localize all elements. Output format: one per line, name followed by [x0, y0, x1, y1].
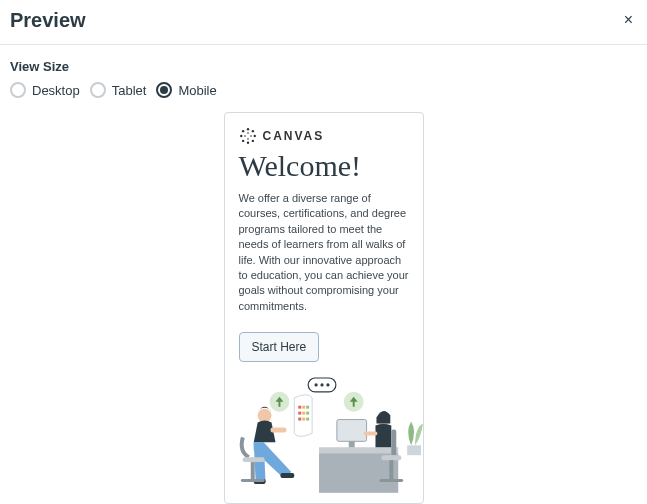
mobile-preview: CANVAS Welcome! We offer a diverse range… [224, 112, 424, 504]
svg-rect-20 [306, 406, 309, 409]
svg-rect-24 [298, 418, 301, 421]
svg-point-11 [250, 135, 252, 137]
svg-point-5 [251, 130, 253, 132]
svg-point-31 [257, 409, 271, 423]
svg-rect-39 [363, 432, 377, 436]
illustration [225, 376, 423, 504]
modal-title: Preview [10, 9, 86, 32]
svg-rect-43 [379, 479, 403, 482]
radio-label: Desktop [32, 83, 80, 98]
radio-desktop[interactable]: Desktop [10, 82, 80, 98]
view-size-label: View Size [10, 59, 637, 74]
svg-rect-19 [302, 406, 305, 409]
svg-rect-23 [306, 412, 309, 415]
svg-rect-29 [336, 420, 366, 442]
start-here-button[interactable]: Start Here [239, 332, 320, 362]
svg-point-2 [240, 135, 242, 137]
svg-point-13 [314, 384, 317, 387]
radio-icon [90, 82, 106, 98]
welcome-body: We offer a diverse range of courses, cer… [239, 191, 409, 314]
radio-label: Mobile [178, 83, 216, 98]
svg-point-9 [247, 138, 249, 140]
radio-icon [10, 82, 26, 98]
svg-point-8 [247, 132, 249, 134]
radio-tablet[interactable]: Tablet [90, 82, 147, 98]
svg-point-10 [244, 135, 246, 137]
svg-rect-32 [270, 428, 286, 433]
svg-rect-26 [306, 418, 309, 421]
view-size-radios: Desktop Tablet Mobile [10, 82, 637, 98]
svg-point-15 [326, 384, 329, 387]
svg-point-3 [253, 135, 255, 137]
brand-row: CANVAS [239, 127, 409, 145]
radio-label: Tablet [112, 83, 147, 98]
svg-rect-33 [280, 473, 294, 478]
close-button[interactable]: × [620, 8, 637, 32]
preview-stage: CANVAS Welcome! We offer a diverse range… [10, 112, 637, 504]
svg-rect-41 [381, 456, 401, 461]
svg-rect-44 [407, 446, 421, 456]
modal-body: View Size Desktop Tablet Mobile [0, 45, 647, 504]
svg-point-14 [320, 384, 323, 387]
svg-point-1 [246, 142, 248, 144]
svg-point-6 [241, 140, 243, 142]
svg-rect-22 [302, 412, 305, 415]
radio-mobile[interactable]: Mobile [156, 82, 216, 98]
svg-rect-37 [240, 479, 264, 482]
svg-rect-40 [391, 430, 396, 456]
radio-icon [156, 82, 172, 98]
svg-rect-21 [298, 412, 301, 415]
svg-rect-35 [242, 457, 264, 462]
svg-rect-30 [348, 442, 354, 448]
svg-point-4 [241, 130, 243, 132]
svg-rect-18 [298, 406, 301, 409]
welcome-heading: Welcome! [239, 149, 409, 183]
modal-header: Preview × [0, 0, 647, 45]
svg-point-0 [246, 128, 248, 130]
svg-rect-42 [389, 460, 393, 480]
svg-rect-36 [250, 462, 254, 480]
brand-text: CANVAS [263, 129, 325, 143]
svg-point-7 [251, 140, 253, 142]
svg-rect-27 [319, 448, 398, 454]
svg-rect-25 [302, 418, 305, 421]
canvas-logo-icon [239, 127, 257, 145]
